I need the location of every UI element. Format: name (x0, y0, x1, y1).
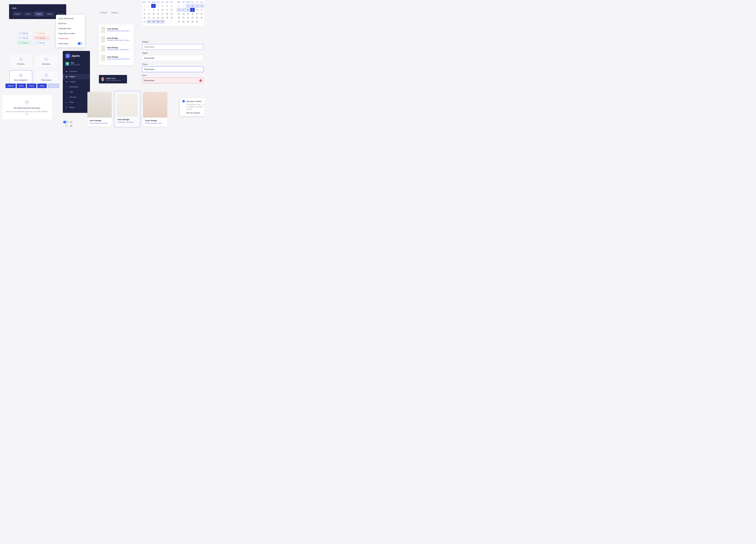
ctx-show-json[interactable]: Show JSON Rule (56, 16, 85, 21)
switch-off[interactable] (63, 125, 68, 127)
close-icon[interactable]: × (30, 42, 31, 44)
tag-purple[interactable]: I'm a big tag× (17, 36, 32, 40)
dark-btn-default[interactable]: Default (12, 12, 22, 16)
notification-title: Synonym created (186, 100, 202, 103)
bell-button[interactable]: ♡ (124, 11, 126, 14)
nav-infra[interactable]: ▭Infra (63, 90, 90, 95)
dark-btn-focus[interactable]: Focus (34, 12, 44, 16)
ctx-delete[interactable]: Delete Rule (56, 36, 85, 41)
tag-purple[interactable]: I'm a big tag× (17, 31, 32, 35)
calendar-month-left: MonTueWedThuFriSatSun 303112345678910111… (142, 1, 174, 24)
ctx-copy-index[interactable]: Copy Rule to Index (56, 31, 85, 36)
pulse-icon: 〰 (65, 86, 68, 88)
algolia-logo-icon (65, 54, 70, 58)
input-default[interactable] (142, 44, 203, 50)
tag-blue[interactable]: I'm a big tag× (34, 41, 49, 45)
nav-monitoring[interactable]: 〰Monitoring (63, 84, 90, 90)
dark-btn-active[interactable]: Active (45, 12, 54, 16)
product-cards: Asos DesignGremarl dress oversized Asos … (87, 92, 167, 127)
calendar-grid[interactable]: 3031123456789101112131415161718192021222… (142, 4, 174, 24)
thumbnail (101, 36, 105, 42)
ctx-edit-rule[interactable]: Edit Rule (56, 21, 85, 26)
sidebar-nav: ◉Overview ▤Indices ✱Crawler 〰Monitoring … (63, 69, 90, 110)
check-icon: ✓ (182, 100, 185, 103)
thumbnail (101, 27, 105, 33)
label-default: Default (142, 41, 203, 43)
pbtn-hover[interactable]: Hover (17, 84, 26, 88)
sidebar: algolia TE Test EPYZL44ODC ⌄ ◉Overview ▤… (63, 51, 90, 113)
thumbnail (101, 64, 105, 65)
list-item[interactable]: Asos DesignRacer neck bodycon midi dress… (99, 53, 134, 63)
nav-crawler[interactable]: ✱Crawler (63, 79, 90, 84)
pbtn-default[interactable]: Default (5, 84, 16, 88)
top-action-bar: +Default Default⌄ ♡ (99, 11, 126, 14)
close-icon[interactable]: × (47, 32, 47, 34)
action-cards: ↑ Pin items × Hide items 〜 Boost categor… (10, 54, 58, 84)
list-item[interactable]: Asos DesignOversized v neck t-shirt dres… (99, 25, 134, 34)
close-icon[interactable]: × (47, 42, 47, 44)
list-item[interactable]: Asos DesignOversize t-shirt dress in tex… (99, 34, 134, 44)
calendar-month-right: MonTueWedThuFriSatSun 303112345678910111… (177, 1, 204, 24)
input-focus[interactable] (142, 67, 203, 72)
dark-btn-hover[interactable]: Hover (24, 12, 33, 16)
nav-overview[interactable]: ◉Overview (63, 69, 90, 74)
card-filter-results[interactable]: ▽ Filter results (35, 70, 58, 84)
rule-status-toggle[interactable] (78, 42, 82, 45)
app-name: Test (71, 62, 80, 64)
product-card-selected[interactable]: Asos DesignUnderwire mini dress… (115, 92, 139, 127)
product-image (117, 94, 138, 117)
notification-link[interactable]: See my synonym (186, 112, 204, 114)
up-icon: ↑ (19, 57, 23, 62)
list-item[interactable]: Asos DesignOff the shoulder t-shirt dres… (99, 44, 134, 53)
product-list: Asos DesignOversized v neck t-shirt dres… (99, 24, 134, 65)
error-icon: × (199, 79, 202, 82)
user-name: Callie Hunt (106, 77, 121, 80)
tag-orange[interactable]: I'm a big tag× (34, 31, 49, 35)
input-typed[interactable] (142, 55, 203, 61)
switch-on[interactable] (63, 121, 68, 123)
ctx-duplicate[interactable]: Duplicate Rule (56, 26, 85, 31)
product-card[interactable]: Asos DesignOff the shoulder t-shirt… (143, 92, 167, 127)
close-icon[interactable]: × (30, 32, 31, 34)
app-avatar: TE (65, 62, 69, 66)
product-card[interactable]: Asos DesignGremarl dress oversized (87, 92, 112, 127)
user-card[interactable]: Callie Hunt callie.hunt@gmail.com ⌄ (99, 75, 127, 83)
bell-icon: ♡ (124, 11, 126, 14)
pbtn-active[interactable]: Active (37, 84, 47, 88)
nav-billing[interactable]: $Billing (63, 105, 90, 110)
close-icon[interactable]: × (30, 37, 31, 39)
list-item[interactable]: Asos Design (99, 63, 134, 65)
primary-button-row: Default Hover Focus Active Disabled (5, 84, 59, 88)
dollar-icon: $ (65, 106, 68, 109)
tag-green[interactable]: I'm a big tag× (17, 41, 32, 45)
team-icon: ☺ (65, 101, 68, 103)
card-pin-items[interactable]: ↑ Pin items (10, 54, 32, 68)
label-focus: Focus (142, 63, 203, 65)
card-hide-items[interactable]: × Hide items (35, 54, 58, 68)
add-button[interactable]: +Default (99, 11, 107, 14)
ctx-status-label: Rule Status (58, 42, 68, 45)
label-error: Error (142, 74, 203, 77)
input-error[interactable] (142, 78, 203, 83)
switch-examples: On Off (63, 121, 72, 129)
calendar-grid[interactable]: 3031123456789101112131415161718192021222… (177, 4, 204, 24)
avatar (101, 77, 104, 81)
trend-icon: 〜 (19, 73, 23, 78)
nav-team[interactable]: ☺Team (63, 100, 90, 105)
pbtn-disabled: Disabled (48, 84, 59, 88)
label-typed: Typed (142, 52, 203, 54)
input-states: Default Typed Focus Error × (142, 39, 203, 83)
key-icon: ›_ (65, 96, 68, 98)
notification-toast: ✓ Synonym created The synonym "east ↔ we… (180, 98, 204, 116)
sidebar-app-switcher[interactable]: TE Test EPYZL44ODC ⌄ (64, 60, 89, 67)
close-icon[interactable]: × (47, 37, 47, 39)
plus-icon: + (99, 11, 100, 14)
user-email: callie.hunt@gmail.com (106, 80, 121, 81)
card-boost-categories[interactable]: 〜 Boost categories (10, 70, 32, 84)
nav-indices[interactable]: ▤Indices (63, 74, 90, 79)
pbtn-focus[interactable]: Focus (27, 84, 36, 88)
sidebar-brand: algolia (72, 54, 80, 57)
tag-red[interactable]: I'm a big tag× (34, 36, 49, 40)
dropdown-button[interactable]: Default⌄ (111, 11, 120, 14)
nav-api-keys[interactable]: ›_API keys (63, 95, 90, 100)
